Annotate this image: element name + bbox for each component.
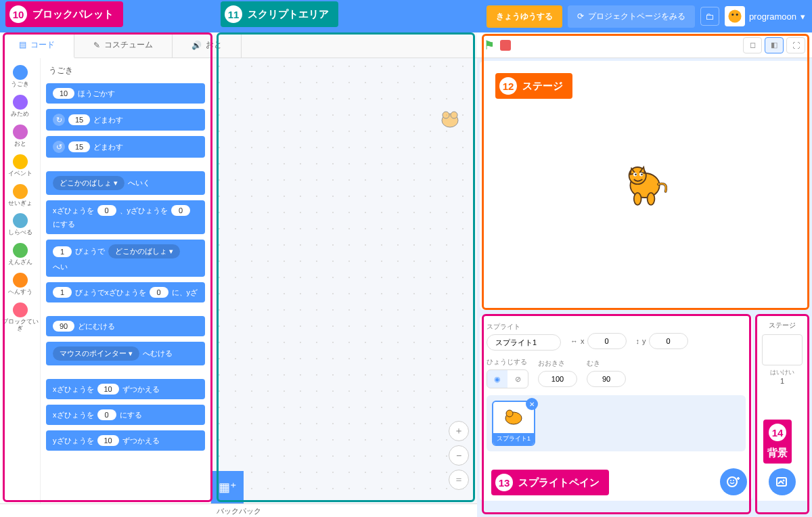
project-page-button[interactable]: ⟳ プロジェクトページをみる (568, 5, 695, 28)
rotate-ccw-icon: ↺ (53, 141, 65, 153)
svg-point-18 (727, 477, 737, 487)
backpack-toggle[interactable]: バックパック (0, 503, 477, 517)
add-sprite-button[interactable] (720, 468, 747, 495)
svg-point-24 (783, 480, 785, 482)
sprite-direction-input[interactable] (587, 371, 626, 387)
block-turn-cw[interactable]: ↻15どまわす (46, 109, 205, 131)
category-えんざん[interactable]: えんざん (0, 240, 40, 269)
svg-point-0 (728, 9, 741, 22)
sprite-name-label: スプライト (487, 322, 561, 332)
sprite-on-stage[interactable] (614, 155, 675, 216)
category-dot-icon (13, 273, 28, 288)
sprite-watermark (436, 106, 464, 133)
stage-selector-pane: ステージ はいけい 1 (755, 315, 809, 501)
category-dot-icon (13, 95, 28, 110)
sprite-y-input[interactable] (649, 333, 688, 349)
svg-point-14 (633, 193, 641, 205)
svg-point-17 (506, 410, 513, 417)
folder-icon[interactable]: 🗀 (700, 7, 719, 26)
avatar (725, 6, 745, 26)
user-menu[interactable]: programoon ▾ (725, 6, 805, 26)
svg-point-1 (731, 14, 734, 16)
block-move-steps[interactable]: 10ほうごかす (46, 83, 205, 104)
arrow-x-icon: ↔ (570, 337, 578, 345)
block-change-y[interactable]: yざひょうを10ずつかえる (46, 430, 205, 451)
category-dot-icon (13, 213, 28, 228)
stage[interactable] (480, 61, 809, 310)
block-glide-to[interactable]: 1びょうでどこかのばしょ ▾へい (46, 240, 205, 277)
category-dot-icon (13, 154, 28, 169)
sprite-thumbnail[interactable]: ✕ スプライト1 (492, 401, 535, 446)
add-backdrop-button[interactable] (769, 468, 796, 495)
svg-point-4 (443, 112, 449, 118)
sprite-size-input[interactable] (538, 371, 577, 387)
category-みため[interactable]: みため (0, 92, 40, 120)
stage-small-button[interactable]: ◻ (743, 37, 762, 53)
block-categories: うごきみためおとイベントせいぎょしらべるえんざんへんすうブロックていぎ (0, 58, 41, 503)
tab-code[interactable]: ▤コード (0, 32, 74, 58)
block-glide-xy[interactable]: 1びょうでxざひょうを0に、yざ (46, 282, 205, 302)
svg-point-13 (641, 173, 643, 175)
category-しらべる[interactable]: しらべる (0, 210, 40, 239)
sprite-pane: スプライト ↔ x ↕ y ひょう (480, 315, 752, 501)
block-change-x[interactable]: xざひょうを10ずつかえる (46, 379, 205, 399)
category-イベント[interactable]: イベント (0, 152, 40, 180)
category-ブロックていぎ[interactable]: ブロックていぎ (0, 300, 40, 335)
chevron-down-icon: ▾ (800, 12, 805, 22)
category-うごき[interactable]: うごき (0, 62, 40, 91)
block-point-towards[interactable]: マウスのポインター ▾へむける (46, 342, 205, 365)
svg-point-20 (733, 480, 734, 481)
category-へんすう[interactable]: へんすう (0, 270, 40, 298)
block-goto-xy[interactable]: xざひょうを0、yざひょうを0にする (46, 200, 205, 234)
block-palette: うごき 10ほうごかす ↻15どまわす ↺15どまわす どこかのばしょ ▾へいく… (41, 58, 211, 503)
svg-point-11 (635, 173, 637, 175)
svg-point-15 (647, 193, 654, 205)
category-せいぎょ[interactable]: せいぎょ (0, 181, 40, 210)
hide-sprite-button[interactable]: ⊘ (508, 370, 528, 388)
sound-icon: 🔊 (191, 41, 202, 50)
menu-item-partial[interactable]: しゅう (7, 10, 33, 22)
blocks-section-title: うごき (46, 65, 205, 76)
category-dot-icon (13, 125, 28, 139)
block-set-x[interactable]: xざひょうを0にする (46, 405, 205, 425)
sprite-list: ✕ スプライト1 (487, 395, 746, 451)
stage-large-button[interactable]: ◧ (765, 37, 784, 53)
zoom-out-button[interactable]: − (449, 445, 469, 466)
svg-point-19 (730, 480, 731, 481)
svg-point-2 (736, 14, 738, 16)
tab-costumes[interactable]: ✎コスチューム (74, 32, 173, 58)
add-extension-button[interactable]: ▦⁺ (211, 471, 244, 503)
rotate-cw-icon: ↻ (53, 114, 65, 126)
fullscreen-button[interactable]: ⛶ (786, 37, 805, 53)
top-menubar: しゅう きょうゆうする ⟳ プロジェクトページをみる 🗀 programoon … (0, 0, 812, 32)
arrow-y-icon: ↕ (636, 337, 640, 345)
block-point-dir[interactable]: 90どにむける (46, 316, 205, 336)
brush-icon: ✎ (93, 41, 100, 50)
script-area[interactable]: ＋ − ＝ ▦⁺ (211, 58, 477, 503)
stop-button[interactable] (500, 40, 511, 51)
green-flag-button[interactable]: ⚑ (484, 38, 495, 53)
stage-thumbnail[interactable] (762, 334, 803, 365)
category-dot-icon (13, 302, 28, 317)
svg-point-5 (451, 112, 457, 118)
delete-sprite-button[interactable]: ✕ (526, 398, 538, 410)
block-turn-ccw[interactable]: ↺15どまわす (46, 136, 205, 158)
category-おと[interactable]: おと (0, 122, 40, 150)
category-dot-icon (13, 243, 28, 258)
category-dot-icon (13, 184, 28, 199)
stage-header: ⚑ ◻ ◧ ⛶ (477, 32, 812, 58)
sprite-x-input[interactable] (587, 333, 627, 349)
sprite-name-input[interactable] (487, 334, 561, 351)
share-button[interactable]: きょうゆうする (487, 5, 562, 28)
swap-icon: ⟳ (577, 12, 584, 21)
category-dot-icon (13, 65, 28, 80)
code-icon: ▤ (19, 40, 26, 49)
zoom-reset-button[interactable]: ＝ (449, 470, 469, 490)
zoom-in-button[interactable]: ＋ (449, 421, 469, 441)
editor-tabs: ▤コード ✎コスチューム 🔊おと (0, 32, 477, 58)
show-sprite-button[interactable]: ◉ (487, 370, 508, 388)
block-goto[interactable]: どこかのばしょ ▾へいく (46, 171, 205, 195)
tab-sounds[interactable]: 🔊おと (173, 32, 242, 58)
